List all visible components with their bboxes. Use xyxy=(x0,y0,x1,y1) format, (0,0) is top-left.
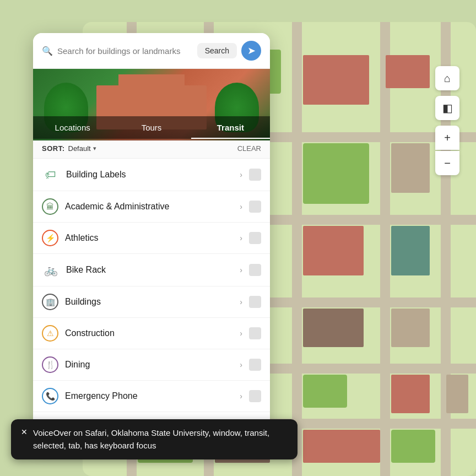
dining-icon: 🍴 xyxy=(42,356,58,373)
bike-rack-toggle[interactable] xyxy=(249,264,261,276)
list-item-construction[interactable]: ⚠ Construction › xyxy=(33,318,270,349)
bike-rack-icon: 🚲 xyxy=(42,261,60,279)
construction-chevron: › xyxy=(240,329,242,338)
tab-tours[interactable]: Tours xyxy=(112,116,191,139)
list-item-athletics[interactable]: ⚡ Athletics › xyxy=(33,223,270,254)
academic-icon: 🏛 xyxy=(42,198,58,215)
zoom-out-button[interactable]: − xyxy=(435,151,459,175)
search-bar: 🔍 Search ➤ xyxy=(33,33,270,69)
buildings-label: Buildings xyxy=(65,297,233,307)
emergency-phone-chevron: › xyxy=(240,392,242,401)
emergency-phone-icon: 📞 xyxy=(42,388,58,404)
academic-chevron: › xyxy=(240,202,242,211)
academic-toggle[interactable] xyxy=(249,201,261,213)
nav-tabs: Locations Tours Transit xyxy=(33,116,270,139)
list-item-building-labels[interactable]: 🏷 Building Labels › xyxy=(33,159,270,191)
bike-rack-label: Bike Rack xyxy=(66,265,233,275)
zoom-in-button[interactable]: + xyxy=(435,126,459,150)
search-input[interactable] xyxy=(57,46,193,56)
tab-locations[interactable]: Locations xyxy=(33,116,112,139)
home-icon: ⌂ xyxy=(444,72,451,85)
buildings-chevron: › xyxy=(240,298,242,306)
construction-label: Construction xyxy=(65,328,233,338)
sort-select[interactable]: Default ▾ xyxy=(68,144,96,153)
tab-transit[interactable]: Transit xyxy=(191,116,270,139)
list-item-dining[interactable]: 🍴 Dining › xyxy=(33,349,270,381)
zoom-in-icon: + xyxy=(444,132,451,144)
map-controls: ⌂ ◧ + − xyxy=(435,66,459,175)
buildings-icon: 🏢 xyxy=(42,294,58,310)
emergency-phone-label: Emergency Phone xyxy=(65,391,233,401)
sort-label: SORT: xyxy=(42,144,65,153)
bike-rack-chevron: › xyxy=(240,266,242,274)
athletics-icon: ⚡ xyxy=(42,230,58,246)
voiceover-close-button[interactable]: ✕ xyxy=(21,428,28,436)
list-item-emergency-phone[interactable]: 📞 Emergency Phone › xyxy=(33,381,270,412)
academic-label: Academic & Administrative xyxy=(65,202,233,212)
home-button[interactable]: ⌂ xyxy=(435,66,459,90)
navigation-icon[interactable]: ➤ xyxy=(241,41,261,61)
layers-button[interactable]: ◧ xyxy=(435,96,459,120)
dining-label: Dining xyxy=(65,360,233,370)
dining-chevron: › xyxy=(240,360,242,369)
sort-value: Default xyxy=(68,144,91,153)
list-item-bike-rack[interactable]: 🚲 Bike Rack › xyxy=(33,254,270,286)
buildings-toggle[interactable] xyxy=(249,296,261,308)
building-labels-toggle[interactable] xyxy=(249,169,261,181)
voiceover-text: VoiceOver on Safari, Oklahoma State Univ… xyxy=(33,427,288,452)
building-labels-icon: 🏷 xyxy=(42,166,60,183)
athletics-chevron: › xyxy=(240,234,242,242)
sort-arrow-icon: ▾ xyxy=(93,145,96,152)
emergency-phone-toggle[interactable] xyxy=(249,390,261,402)
search-button[interactable]: Search xyxy=(197,43,237,58)
building-labels-chevron: › xyxy=(240,170,242,179)
voiceover-tooltip: ✕ VoiceOver on Safari, Oklahoma State Un… xyxy=(11,419,298,459)
location-list: 🏷 Building Labels › 🏛 Academic & Adminis… xyxy=(33,159,270,443)
search-icon: 🔍 xyxy=(42,46,53,56)
construction-icon: ⚠ xyxy=(42,325,58,342)
clear-button[interactable]: CLEAR xyxy=(237,144,261,153)
sidebar-panel: 🔍 Search ➤ Locations Tours Transit SORT:… xyxy=(33,33,270,443)
construction-toggle[interactable] xyxy=(249,327,261,339)
athletics-label: Athletics xyxy=(65,233,233,243)
athletics-toggle[interactable] xyxy=(249,232,261,244)
building-labels-label: Building Labels xyxy=(66,170,233,180)
list-item-buildings[interactable]: 🏢 Buildings › xyxy=(33,286,270,318)
sort-bar: SORT: Default ▾ CLEAR xyxy=(33,139,270,159)
dining-toggle[interactable] xyxy=(249,359,261,371)
layers-icon: ◧ xyxy=(442,101,453,115)
zoom-out-icon: − xyxy=(444,157,451,170)
list-item-academic[interactable]: 🏛 Academic & Administrative › xyxy=(33,191,270,223)
